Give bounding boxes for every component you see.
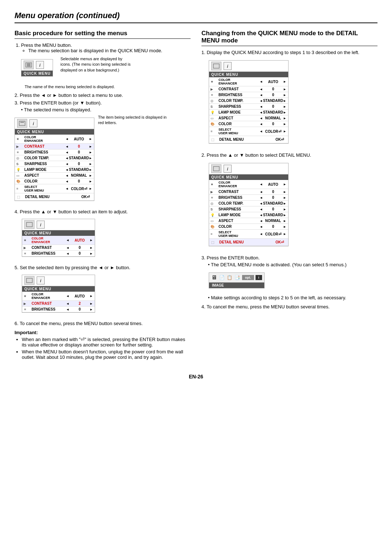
step5-menu-icon: [24, 276, 34, 285]
step-6-text: 6. To cancel the menu, press the MENU bu…: [15, 321, 191, 326]
svg-rect-6: [26, 222, 32, 227]
rs1-row-3: ☀ BRIGHTNESS ◄ 0 ►: [209, 92, 288, 98]
rs2-row-6: 💡 LAMP MODE ◄ STANDARD ►: [209, 212, 288, 218]
svg-rect-4: [19, 121, 25, 126]
rs1-row-7: ▭ ASPECT ◄ NORMAL ►: [209, 115, 288, 121]
step4-row-2: ▶ CONTRAST ◄ 0 ►: [22, 245, 95, 251]
right-step1-quick-menu-bar: QUICK MENU: [209, 72, 288, 77]
page-title: Menu operation (continued): [15, 11, 377, 23]
projector-icon: 🖥: [211, 274, 217, 281]
step3-row-4: ◎ COLOR TEMP. ◄ STANDARD ►: [15, 155, 94, 161]
rs1-row-2-contrast: ▶ CONTRAST ◄ 0 ►: [209, 86, 288, 92]
step3-callout: The item being selected is displayed in …: [98, 115, 171, 126]
rs2-row-4: ◎ COLOR TEMP. ◄ STANDARD ►: [209, 201, 288, 206]
step-2: 2. Press the ◄ or ► button to select a m…: [15, 93, 191, 98]
step3-quick-menu-bar: QUICK MENU: [15, 129, 94, 135]
step5-info-icon: i: [37, 276, 45, 284]
rs1-row-8: 🎨 COLOR ◄ 0 ►: [209, 121, 288, 127]
step1-menu-area: i QUICK MENU Selectable menus are displa…: [21, 56, 191, 81]
right-step1-quick-menu-widget: i QUICK MENU ★ COLORENHANCER ◄ AUTO ► ▶ …: [209, 60, 289, 144]
right-section-heading: Changing from the QUICK MENU mode to the…: [201, 30, 377, 46]
step5-quick-menu-bar: QUICK MENU: [22, 286, 95, 292]
step5-quick-menu-widget: i QUICK MENU ★ COLORENHANCER ◄ AUTO ► ▶ …: [22, 275, 95, 313]
right-step2-info-icon: i: [224, 165, 232, 173]
svg-rect-8: [213, 64, 219, 68]
right-step-3-sub: • The DETAIL MENU mode is activated. (Yo…: [208, 262, 377, 267]
rs2-row-3: ☀ BRIGHTNESS ◄ 0 ►: [209, 195, 288, 201]
step1-quick-menu-widget: i QUICK MENU: [21, 59, 53, 77]
step5-row-1: ★ COLORENHANCER ◄ AUTO ►: [22, 292, 95, 301]
step5-menu-area: i QUICK MENU ★ COLORENHANCER ◄ AUTO ► ▶ …: [22, 272, 191, 317]
important-bullet-2: When the MENU button doesn't function, u…: [22, 349, 191, 360]
detail-menu-top: 🖥 📄 📋 📑 opt. i: [209, 273, 264, 283]
rs2-row-9: ≡ SELECTUSER MENU ◄ COLOR⏎ ►: [209, 230, 288, 239]
right-step1-menu-area: i QUICK MENU ★ COLORENHANCER ◄ AUTO ► ▶ …: [209, 57, 377, 148]
step3-row-8: 🎨 COLOR ◄ 0 ►: [15, 178, 94, 184]
rs1-row-5: S SHARPNESS ◄ 0 ►: [209, 104, 288, 110]
rs1-row-4: ◎ COLOR TEMP. ◄ STANDARD ►: [209, 98, 288, 104]
step3-menu-area: i QUICK MENU ★ COLORENHANCER ◄ AUTO ► ▶ …: [15, 115, 191, 205]
step3-quick-menu-widget: i QUICK MENU ★ COLORENHANCER ◄ AUTO ► ▶ …: [15, 118, 94, 201]
step-1-sub: The menu selection bar is displayed in t…: [28, 48, 191, 53]
step3-row-9: ≡ SELECTUSER MENU ◄ COLOR⏎ ►: [15, 184, 94, 193]
right-step-4-text: 4. To cancel the menu, press the MENU bu…: [201, 304, 377, 309]
right-step2-quick-menu-widget: i QUICK MENU ★ COLORENHANCER ◄ AUTO ► ▶ …: [209, 163, 289, 246]
rs2-row-8: 🎨 COLOR ◄ 0 ►: [209, 224, 288, 230]
left-section-heading: Basic procedure for setting the menus: [15, 30, 191, 39]
rs1-row-1: ★ COLORENHANCER ◄ AUTO ►: [209, 77, 288, 86]
detail-menu-image-widget: 🖥 📄 📋 📑 opt. i IMAGE: [209, 272, 265, 288]
step-4-text: 4. Press the ▲ or ▼ button to select an …: [15, 209, 191, 214]
right-step-2-text: 2. Press the ▲ or ▼ button to select DET…: [201, 152, 377, 158]
rs1-row-6: 💡 LAMP MODE ◄ STANDARD ►: [209, 110, 288, 115]
image-bar: IMAGE: [209, 283, 264, 288]
right-bullet-note: • Make settings according to steps 2 to …: [208, 295, 377, 300]
page-number: EN-26: [15, 374, 377, 379]
right-step-3-text: 3. Press the ENTER button.: [201, 255, 377, 260]
step4-quick-menu-widget: i QUICK MENU ★ COLORENHANCER ◄ AUTO ► ▶ …: [22, 219, 95, 257]
important-label: Important:: [15, 330, 191, 335]
step4-menu-icon: [24, 220, 34, 229]
step1-quick-menu-bar: QUICK MENU: [21, 71, 53, 76]
doc-icon-2: 📋: [227, 275, 232, 280]
step5-row-3: ☀ BRIGHTNESS ◄ 0 ►: [22, 307, 95, 312]
step4-info-icon: i: [37, 221, 45, 229]
step4-row-3: ☀ BRIGHTNESS ◄ 0 ►: [22, 251, 95, 257]
rs2-row-detail-selected: ⬚ DETAIL MENU OK⏎: [209, 239, 288, 246]
doc-icon-1: 📄: [219, 275, 225, 280]
right-step2-menu-icon: [211, 164, 221, 173]
rs2-row-1: ★ COLORENHANCER ◄ AUTO ►: [209, 180, 288, 189]
step3-row-7: ▭ ASPECT ◄ NORMAL ►: [15, 173, 94, 178]
step1-info-icon: i: [36, 61, 44, 69]
step3-row-3-brightness: ☀ BRIGHTNESS ◄ 0 ►: [15, 149, 94, 155]
detail-menu-image-widget-area: 🖥 📄 📋 📑 opt. i IMAGE: [209, 270, 377, 291]
right-step1-menu-icon: [211, 62, 221, 70]
rs2-row-5: S SHARPNESS ◄ 0 ►: [209, 206, 288, 212]
rs2-row-7: ▭ ASPECT ◄ NORMAL ►: [209, 218, 288, 224]
i-tab: i: [256, 275, 262, 280]
rs1-row-9: ≡ SELECTUSER MENU ◄ COLOR⏎ ►: [209, 127, 288, 136]
step-3-text: 3. Press the ENTER button (or ▼ button).: [15, 100, 191, 106]
svg-rect-9: [213, 167, 219, 171]
step4-quick-menu-bar: QUICK MENU: [22, 230, 95, 236]
step3-info-icon: i: [29, 119, 37, 127]
step-1: Press the MENU button. The menu selectio…: [21, 42, 191, 89]
rs2-row-2-contrast: ▶ CONTRAST ◄ 0 ►: [209, 189, 288, 195]
step-5-text: 5. Set the selected item by pressing the…: [15, 265, 191, 270]
step1-callout2: The name of the menu being selected is d…: [25, 85, 191, 89]
svg-rect-7: [26, 278, 32, 283]
step-3-sub: • The selected menu is displayed.: [21, 107, 191, 112]
step5-row-2-contrast: ▶ CONTRAST ◄ 2 ►: [22, 301, 95, 307]
step1-callout1: Selectable menus are displayed by icons.…: [60, 56, 133, 73]
step3-row-5: S SHARPNESS ◄ 0 ►: [15, 161, 94, 167]
step3-row-6: 💡 LAMP MODE ◄ STANDARD ►: [15, 167, 94, 173]
right-step1-info-icon: i: [224, 62, 232, 70]
step3-row-detail: ⬚ DETAIL MENU OK⏎: [15, 193, 94, 201]
step4-menu-area: i QUICK MENU ★ COLORENHANCER ◄ AUTO ► ▶ …: [22, 216, 191, 261]
step3-menu-icon: [17, 119, 27, 128]
step1-menu-icon: [24, 61, 34, 69]
important-bullet-1: When an item marked with "⏎" is selected…: [22, 337, 191, 348]
left-column: Basic procedure for setting the menus Pr…: [15, 30, 191, 363]
opt-tab: opt.: [242, 275, 254, 280]
right-column: Changing from the QUICK MENU mode to the…: [201, 30, 377, 363]
rs1-row-detail: ⬚ DETAIL MENU OK⏎: [209, 136, 288, 143]
